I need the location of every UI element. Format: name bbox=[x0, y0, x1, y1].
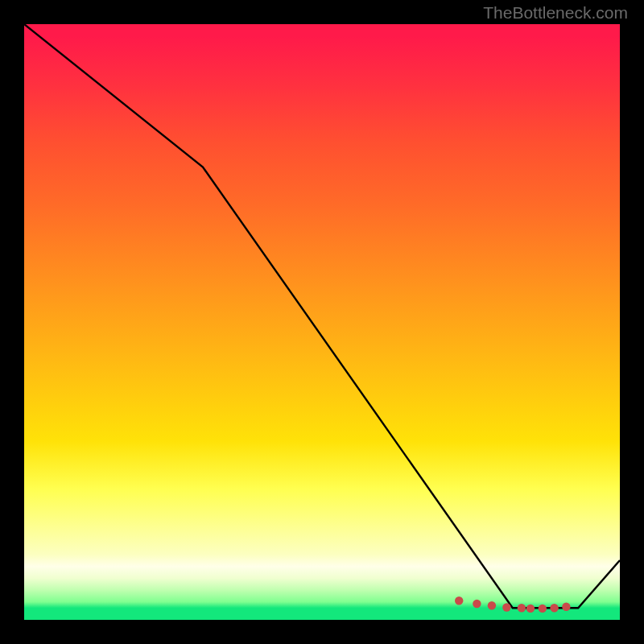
data-markers bbox=[455, 597, 571, 613]
data-point bbox=[502, 603, 510, 611]
attribution-text: TheBottleneck.com bbox=[483, 3, 628, 23]
data-point bbox=[562, 603, 570, 611]
data-point bbox=[473, 600, 481, 608]
data-point bbox=[455, 597, 463, 605]
data-point bbox=[539, 605, 547, 613]
data-point bbox=[488, 601, 496, 609]
data-point bbox=[518, 604, 526, 612]
chart-plot-area bbox=[24, 24, 620, 620]
data-point bbox=[550, 604, 558, 612]
data-point bbox=[526, 605, 535, 613]
chart-line bbox=[24, 24, 620, 620]
line-series bbox=[24, 24, 620, 608]
